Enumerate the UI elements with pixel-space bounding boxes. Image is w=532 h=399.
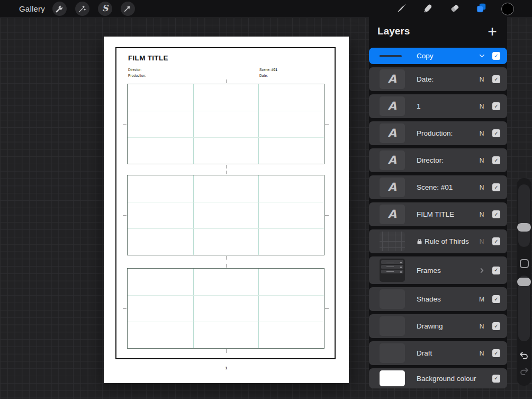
layer-row[interactable]: AScene: #01N✓ xyxy=(369,175,507,199)
layers-panel: Layers + Copy✓ADate:N✓A1N✓AProduction:N✓… xyxy=(369,17,507,388)
visibility-checkbox[interactable]: ✓ xyxy=(492,375,500,383)
layer-thumbnail[interactable] xyxy=(380,259,405,282)
blend-mode-badge[interactable]: N xyxy=(477,76,486,83)
storyboard-block-3 xyxy=(127,268,324,349)
brush-size-handle[interactable] xyxy=(517,223,531,232)
left-tool-group: S xyxy=(52,2,135,16)
layer-thumbnail[interactable] xyxy=(380,370,405,386)
layer-row[interactable]: Rule of ThirdsN✓ xyxy=(369,229,507,253)
visibility-checkbox[interactable]: ✓ xyxy=(492,129,500,137)
visibility-checkbox[interactable]: ✓ xyxy=(492,75,500,83)
layer-row[interactable]: ShadesM✓ xyxy=(369,287,507,311)
layer-row[interactable]: Background colour✓ xyxy=(369,368,507,388)
layer-thumbnail[interactable]: A xyxy=(380,96,405,116)
visibility-checkbox[interactable]: ✓ xyxy=(492,52,500,60)
visibility-checkbox[interactable]: ✓ xyxy=(492,237,500,245)
layer-thumbnail[interactable] xyxy=(380,316,405,336)
opacity-handle[interactable] xyxy=(517,278,531,286)
color-swatch-icon xyxy=(501,3,514,15)
layer-row[interactable]: ADirector:N✓ xyxy=(369,148,507,172)
brush-icon xyxy=(396,2,408,16)
brush-button[interactable] xyxy=(395,3,408,15)
visibility-checkbox[interactable]: ✓ xyxy=(492,322,500,330)
blend-mode-badge[interactable]: N xyxy=(477,157,486,164)
blend-mode-badge[interactable]: N xyxy=(477,103,486,110)
top-toolbar: Gallery S xyxy=(0,0,532,17)
layer-thumbnail[interactable] xyxy=(380,48,405,64)
layer-row[interactable]: Copy✓ xyxy=(369,48,507,64)
visibility-checkbox[interactable]: ✓ xyxy=(492,183,500,191)
storyboard-block-1 xyxy=(127,84,324,164)
eraser-button[interactable] xyxy=(448,3,461,15)
layer-thumbnail[interactable]: A xyxy=(380,69,405,89)
scene-label: Scene: #01 xyxy=(259,68,277,72)
blend-mode-badge[interactable]: N xyxy=(477,323,486,330)
layer-thumbnail[interactable] xyxy=(380,289,405,309)
layer-thumbnail[interactable] xyxy=(380,232,405,251)
layers-icon xyxy=(475,2,487,16)
layer-label: Frames xyxy=(417,267,477,274)
blend-mode-badge[interactable]: N xyxy=(477,238,486,245)
procreate-workspace: Gallery S xyxy=(0,0,532,399)
visibility-checkbox[interactable]: ✓ xyxy=(492,295,500,303)
visibility-checkbox[interactable]: ✓ xyxy=(492,210,500,218)
redo-button[interactable] xyxy=(518,366,530,377)
layer-row[interactable]: AFILM TITLEN✓ xyxy=(369,202,507,226)
layer-row[interactable]: A1N✓ xyxy=(369,94,507,118)
layers-button[interactable] xyxy=(475,3,488,15)
add-layer-button[interactable]: + xyxy=(483,20,502,44)
layer-label: Shades xyxy=(417,295,477,303)
layer-label: Draft xyxy=(417,349,477,357)
layer-label: Production: xyxy=(417,129,477,137)
layer-list: Copy✓ADate:N✓A1N✓AProduction:N✓ADirector… xyxy=(369,48,507,388)
layer-row[interactable]: ADate:N✓ xyxy=(369,67,507,91)
modify-button[interactable] xyxy=(520,259,529,268)
right-tool-group xyxy=(395,0,532,17)
chevron-right-icon[interactable] xyxy=(477,267,486,274)
adjustments-button[interactable] xyxy=(75,2,89,16)
smudge-button[interactable] xyxy=(422,3,435,15)
layer-thumbnail[interactable]: A xyxy=(380,205,405,224)
storyboard-block-2 xyxy=(127,175,324,255)
layer-label: Rule of Thirds xyxy=(417,237,477,245)
layer-row[interactable]: Frames✓ xyxy=(369,256,507,284)
director-label: Director: xyxy=(128,68,141,72)
transform-arrow-icon xyxy=(123,4,132,14)
gallery-button[interactable]: Gallery xyxy=(19,4,45,13)
chevron-down-icon[interactable] xyxy=(477,52,486,60)
blend-mode-badge[interactable]: N xyxy=(477,184,486,191)
blend-mode-badge[interactable]: M xyxy=(477,296,486,303)
layer-thumbnail[interactable]: A xyxy=(380,123,405,143)
undo-button[interactable] xyxy=(518,350,530,361)
visibility-checkbox[interactable]: ✓ xyxy=(492,349,500,357)
layer-thumbnail[interactable]: A xyxy=(380,150,405,170)
lock-icon xyxy=(417,238,422,245)
selection-button[interactable]: S xyxy=(98,2,112,16)
layer-thumbnail[interactable] xyxy=(380,343,405,363)
production-label: Production: xyxy=(128,74,146,77)
visibility-checkbox[interactable]: ✓ xyxy=(492,156,500,164)
redo-icon xyxy=(518,370,530,379)
visibility-checkbox[interactable]: ✓ xyxy=(492,102,500,110)
layer-row[interactable]: AProduction:N✓ xyxy=(369,121,507,145)
smudge-icon xyxy=(422,2,434,16)
canvas-page[interactable]: FILM TITLE Director: Production: Scene: … xyxy=(104,37,349,383)
brush-sidebar xyxy=(517,178,531,386)
blend-mode-badge[interactable]: N xyxy=(477,350,486,357)
blend-mode-badge[interactable]: N xyxy=(477,130,486,137)
layer-row[interactable]: DrawingN✓ xyxy=(369,314,507,338)
layer-label: 1 xyxy=(417,102,477,110)
visibility-checkbox[interactable]: ✓ xyxy=(492,267,500,274)
layer-label: Background colour xyxy=(417,375,477,383)
brush-size-slider[interactable] xyxy=(518,184,530,247)
layer-label: Date: xyxy=(417,75,477,83)
layer-label: FILM TITLE xyxy=(417,210,477,218)
color-button[interactable] xyxy=(501,3,514,15)
layer-thumbnail[interactable]: A xyxy=(380,178,405,197)
layer-row[interactable]: DraftN✓ xyxy=(369,341,507,365)
blend-mode-badge[interactable]: N xyxy=(477,211,486,218)
actions-button[interactable] xyxy=(52,2,67,16)
page-number: 1 xyxy=(104,366,349,370)
selection-s-icon: S xyxy=(102,4,109,13)
transform-button[interactable] xyxy=(121,2,135,16)
